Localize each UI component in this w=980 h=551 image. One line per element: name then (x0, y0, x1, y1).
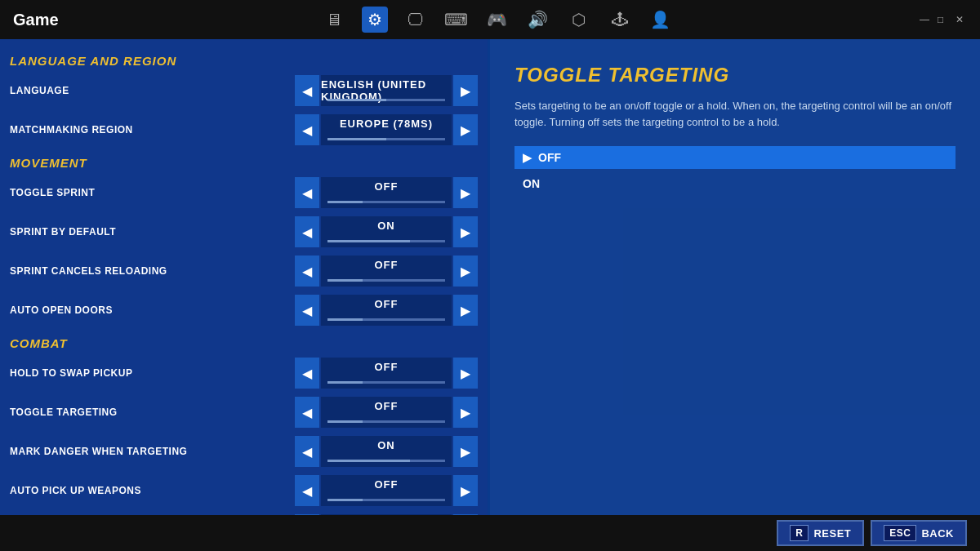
label-mark-danger: MARK DANGER WHEN TARGETING (10, 446, 295, 457)
back-key: ESC (884, 525, 916, 541)
setting-auto-sort-consumables: AUTO SORT CONSUMABLES TO RIGHT ◀ ON ▶ (0, 510, 488, 515)
setting-toggle-targeting: TOGGLE TARGETING ◀ OFF ▶ (0, 393, 488, 432)
tab-user[interactable]: 👤 (648, 7, 674, 33)
label-auto-open-doors: AUTO OPEN DOORS (10, 304, 295, 316)
auto-open-doors-prev-button[interactable]: ◀ (295, 295, 319, 326)
language-prev-button[interactable]: ◀ (295, 75, 319, 106)
tab-gear[interactable]: ⚙ (362, 7, 388, 33)
toggle-targeting-next-button[interactable]: ▶ (453, 397, 478, 428)
reset-label: RESET (813, 527, 851, 540)
matchmaking-value: EUROPE (78MS) (340, 118, 433, 130)
maximize-button[interactable]: □ (938, 14, 949, 25)
option-off[interactable]: ▶ OFF (514, 146, 956, 169)
toggle-targeting-value: OFF (375, 400, 399, 412)
section-movement: MOVEMENT (0, 149, 488, 173)
sprint-cancels-bar (327, 279, 445, 282)
settings-panel: LANGUAGE AND REGION LANGUAGE ◀ ENGLISH (… (0, 39, 490, 515)
matchmaking-next-button[interactable]: ▶ (453, 114, 478, 145)
control-toggle-sprint: ◀ OFF ▶ (295, 177, 478, 208)
setting-auto-open-doors: AUTO OPEN DOORS ◀ OFF ▶ (0, 291, 488, 330)
auto-pick-up-value-box: OFF (321, 475, 452, 506)
toggle-targeting-bar (327, 420, 445, 423)
mark-danger-next-button[interactable]: ▶ (453, 436, 478, 467)
auto-pick-up-prev-button[interactable]: ◀ (295, 475, 319, 506)
tab-network[interactable]: ⬡ (566, 7, 592, 33)
tab-monitor[interactable]: 🖥 (321, 7, 347, 33)
back-button[interactable]: ESC BACK (871, 520, 967, 546)
window-title: Game (13, 11, 59, 29)
label-hold-to-swap: HOLD TO SWAP PICKUP (10, 367, 295, 379)
control-hold-to-swap: ◀ OFF ▶ (295, 358, 478, 389)
option-off-label: OFF (538, 151, 561, 164)
auto-open-doors-value-box: OFF (321, 295, 452, 326)
section-language-region: LANGUAGE AND REGION (0, 47, 488, 71)
auto-open-doors-bar (327, 318, 445, 321)
setting-language: LANGUAGE ◀ ENGLISH (UNITED KINGDOM) ▶ (0, 71, 488, 110)
reset-button[interactable]: R RESET (777, 520, 864, 546)
setting-hold-to-swap: HOLD TO SWAP PICKUP ◀ OFF ▶ (0, 353, 488, 393)
main-content: LANGUAGE AND REGION LANGUAGE ◀ ENGLISH (… (0, 39, 980, 515)
auto-sort-next-button[interactable]: ▶ (453, 514, 478, 515)
label-sprint-by-default: SPRINT BY DEFAULT (10, 226, 295, 238)
auto-pick-up-value: OFF (375, 478, 399, 491)
hold-to-swap-next-button[interactable]: ▶ (453, 358, 478, 389)
hold-to-swap-prev-button[interactable]: ◀ (295, 358, 319, 389)
language-bar (327, 99, 445, 101)
control-auto-open-doors: ◀ OFF ▶ (295, 295, 478, 326)
bottom-bar: R RESET ESC BACK (0, 515, 980, 551)
option-on-label: ON (523, 177, 540, 190)
matchmaking-value-box: EUROPE (78MS) (321, 114, 452, 145)
back-label: BACK (921, 527, 954, 540)
tab-bar: 🖥 ⚙ 🖵 ⌨ 🎮 🔊 ⬡ 🕹 👤 (91, 7, 903, 33)
sprint-default-next-button[interactable]: ▶ (453, 216, 478, 247)
sprint-default-prev-button[interactable]: ◀ (295, 216, 319, 247)
language-next-button[interactable]: ▶ (453, 75, 478, 106)
auto-pick-up-bar (327, 499, 445, 501)
description-text: Sets targeting to be an on/off toggle or… (514, 98, 956, 130)
sprint-default-value: ON (377, 220, 395, 232)
reset-key: R (790, 525, 808, 541)
sprint-cancels-value-box: OFF (321, 256, 452, 287)
auto-sort-prev-button[interactable]: ◀ (295, 514, 319, 515)
option-off-arrow: ▶ (523, 151, 532, 164)
hold-to-swap-bar (327, 381, 445, 384)
title-bar: Game 🖥 ⚙ 🖵 ⌨ 🎮 🔊 ⬡ 🕹 👤 — □ ✕ (0, 0, 980, 39)
sprint-cancels-next-button[interactable]: ▶ (453, 256, 478, 287)
control-matchmaking-region: ◀ EUROPE (78MS) ▶ (295, 114, 478, 145)
description-panel: TOGGLE TARGETING Sets targeting to be an… (490, 39, 980, 515)
sprint-default-value-box: ON (321, 216, 452, 247)
mark-danger-value: ON (377, 439, 395, 451)
language-value-box: ENGLISH (UNITED KINGDOM) (321, 75, 452, 106)
mark-danger-bar (327, 460, 445, 462)
matchmaking-prev-button[interactable]: ◀ (295, 114, 319, 145)
tab-controller[interactable]: 🕹 (607, 7, 633, 33)
toggle-sprint-next-button[interactable]: ▶ (453, 177, 478, 208)
mark-danger-prev-button[interactable]: ◀ (295, 436, 319, 467)
tab-audio[interactable]: 🔊 (525, 7, 551, 33)
sprint-cancels-prev-button[interactable]: ◀ (295, 256, 319, 287)
tab-keyboard[interactable]: ⌨ (443, 7, 470, 33)
close-button[interactable]: ✕ (956, 14, 967, 25)
setting-toggle-sprint: TOGGLE SPRINT ◀ OFF ▶ (0, 173, 488, 212)
toggle-targeting-prev-button[interactable]: ◀ (295, 397, 319, 428)
auto-open-doors-next-button[interactable]: ▶ (453, 295, 478, 326)
setting-mark-danger: MARK DANGER WHEN TARGETING ◀ ON ▶ (0, 432, 488, 471)
description-title: TOGGLE TARGETING (514, 64, 956, 87)
auto-pick-up-next-button[interactable]: ▶ (453, 475, 478, 506)
setting-auto-pick-up-weapons: AUTO PICK UP WEAPONS ◀ OFF ▶ (0, 471, 488, 510)
control-sprint-cancels-reloading: ◀ OFF ▶ (295, 256, 478, 287)
setting-sprint-cancels-reloading: SPRINT CANCELS RELOADING ◀ OFF ▶ (0, 251, 488, 291)
sprint-default-bar (327, 240, 445, 242)
setting-matchmaking-region: MATCHMAKING REGION ◀ EUROPE (78MS) ▶ (0, 110, 488, 149)
description-options: ▶ OFF ON (514, 146, 956, 195)
control-mark-danger: ◀ ON ▶ (295, 436, 478, 467)
matchmaking-bar (327, 138, 445, 140)
toggle-sprint-prev-button[interactable]: ◀ (295, 177, 319, 208)
section-combat: COMBAT (0, 330, 488, 353)
label-toggle-sprint: TOGGLE SPRINT (10, 187, 295, 198)
tab-gamepad[interactable]: 🎮 (484, 7, 510, 33)
window-controls: — □ ✕ (920, 14, 967, 25)
option-on[interactable]: ON (514, 172, 956, 195)
minimize-button[interactable]: — (920, 14, 931, 25)
tab-display[interactable]: 🖵 (403, 7, 429, 33)
